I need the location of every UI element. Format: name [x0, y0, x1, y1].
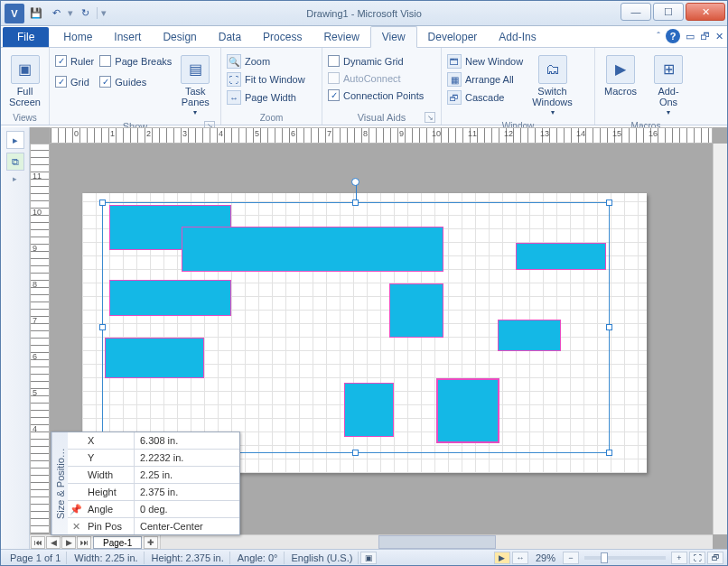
macros-button[interactable]: ▶Macros: [601, 53, 640, 98]
shape-selected[interactable]: [436, 378, 499, 443]
vertical-ruler[interactable]: 11 10 9 8 7 6 5 4: [30, 144, 50, 534]
window-controls: — ☐ ✕: [621, 3, 725, 21]
dynamic-grid-label: Dynamic Grid: [343, 56, 404, 67]
tab-process[interactable]: Process: [252, 27, 313, 47]
visual-dialog-launcher[interactable]: ↘: [425, 112, 435, 123]
first-page-button[interactable]: ⏮: [31, 536, 45, 549]
page-width-mode-icon[interactable]: ↔: [512, 552, 528, 564]
tab-insert[interactable]: Insert: [103, 27, 152, 47]
mdi-minimize-icon[interactable]: ▭: [686, 31, 695, 42]
cascade-label: Cascade: [465, 92, 504, 103]
ruler-h-tick: 13: [540, 129, 549, 138]
help-icon[interactable]: ?: [666, 29, 680, 43]
shape[interactable]: [344, 383, 394, 437]
qat-save-button[interactable]: 💾: [28, 5, 44, 22]
cascade-button[interactable]: 🗗Cascade: [447, 89, 523, 106]
tab-data[interactable]: Data: [208, 27, 252, 47]
addons-label: Add-Ons: [649, 86, 687, 107]
expand-shapes-icon[interactable]: ▸: [6, 131, 24, 149]
switch-windows-status-icon[interactable]: 🗗: [707, 552, 723, 564]
size-position-pane[interactable]: Size & Positio… X6.308 in. Y2.2232 in. W…: [51, 431, 240, 535]
close-pane-icon[interactable]: ✕: [68, 518, 84, 534]
ruler-h-tick: 4: [219, 129, 223, 138]
next-page-button[interactable]: ▶: [61, 536, 76, 549]
tab-addins[interactable]: Add-Ins: [488, 27, 546, 47]
status-bar: Page 1 of 1 Width: 2.25 in. Height: 2.37…: [1, 549, 727, 565]
ruler-h-tick: 0: [74, 129, 79, 138]
sp-angle-label: Angle: [84, 501, 135, 517]
presentation-mode-icon[interactable]: ▶: [494, 552, 510, 564]
last-page-button[interactable]: ⏭: [77, 536, 91, 549]
file-tab[interactable]: File: [3, 27, 49, 47]
mdi-restore-icon[interactable]: 🗗: [700, 31, 710, 42]
qat-redo-button[interactable]: ↻: [77, 5, 93, 22]
tab-design[interactable]: Design: [152, 27, 207, 47]
shape[interactable]: [109, 280, 231, 316]
ruler-h-tick: 7: [327, 129, 331, 138]
zoom-icon: 🔍: [227, 54, 241, 69]
full-screen-button[interactable]: ▣ Full Screen: [5, 53, 44, 109]
guides-label: Guides: [115, 77, 146, 88]
prev-page-button[interactable]: ◀: [46, 536, 61, 549]
page-breaks-checkbox[interactable]: Page Breaks: [99, 53, 172, 69]
new-page-button[interactable]: ✚: [144, 536, 158, 549]
minimize-button[interactable]: —: [621, 3, 651, 21]
autoconnect-checkbox[interactable]: AutoConnect: [328, 70, 424, 86]
guides-checkbox[interactable]: ✓Guides: [99, 74, 172, 89]
sp-angle-value[interactable]: 0 deg.: [135, 501, 239, 517]
horizontal-ruler[interactable]: 0 1 2 3 4 5 6 7 8 9 10 11 12 13 14 15 16: [50, 127, 713, 144]
ruler-v-tick: 4: [33, 424, 37, 433]
pin-icon[interactable]: 📌: [68, 501, 84, 517]
zoom-percent[interactable]: 29%: [530, 552, 561, 564]
ruler-h-tick: 2: [146, 129, 151, 138]
task-panes-button[interactable]: ▤ Task Panes▾: [177, 53, 213, 119]
zoom-button[interactable]: 🔍Zoom: [227, 53, 305, 70]
new-window-button[interactable]: 🗔New Window: [447, 53, 523, 70]
page-tab[interactable]: Page-1: [93, 536, 142, 549]
page-width-button[interactable]: ↔Page Width: [227, 89, 305, 106]
status-page[interactable]: Page 1 of 1: [5, 552, 67, 564]
shape[interactable]: [105, 338, 204, 378]
sp-width-value[interactable]: 2.25 in.: [135, 467, 239, 483]
sp-height-value[interactable]: 2.375 in.: [135, 484, 239, 500]
ruler-checkbox[interactable]: ✓Ruler: [55, 53, 94, 69]
titlebar: V 💾 ↶ ▾ ↻ ▾ Drawing1 - Microsoft Visio —…: [1, 1, 727, 26]
zoom-in-button[interactable]: +: [671, 552, 687, 564]
tab-view[interactable]: View: [370, 26, 417, 48]
dynamic-grid-checkbox[interactable]: Dynamic Grid: [328, 53, 424, 69]
connection-points-checkbox[interactable]: ✓Connection Points: [328, 88, 424, 103]
ruler-h-tick: 5: [255, 129, 259, 138]
shape[interactable]: [516, 243, 606, 270]
shape[interactable]: [182, 227, 443, 272]
ruler-h-tick: 16: [649, 129, 658, 138]
sp-x-value[interactable]: 6.308 in.: [135, 432, 239, 449]
fit-to-window-button[interactable]: ⛶Fit to Window: [227, 71, 305, 88]
fit-page-icon[interactable]: ⛶: [689, 552, 705, 564]
maximize-button[interactable]: ☐: [653, 3, 684, 21]
close-button[interactable]: ✕: [686, 3, 725, 21]
shape[interactable]: [498, 320, 561, 351]
sp-y-value[interactable]: 2.2232 in.: [135, 450, 239, 466]
tab-home[interactable]: Home: [52, 27, 103, 47]
shapes-pane-strip[interactable]: ▸ ⧉ ▸: [1, 127, 30, 549]
arrange-all-button[interactable]: ▦Arrange All: [447, 71, 523, 88]
status-angle: Angle: 0°: [232, 552, 285, 564]
zoom-out-button[interactable]: −: [563, 552, 579, 564]
vertical-scrollbar[interactable]: [713, 144, 727, 534]
grid-checkbox[interactable]: ✓Grid: [55, 74, 94, 89]
ruler-h-tick: 1: [110, 129, 115, 138]
qat-undo-button[interactable]: ↶: [48, 5, 64, 22]
macro-record-icon[interactable]: ▣: [360, 552, 377, 564]
tab-developer[interactable]: Developer: [417, 27, 489, 47]
sp-pinpos-label: Pin Pos: [84, 518, 135, 534]
rotation-handle[interactable]: [351, 178, 359, 186]
sp-pinpos-value[interactable]: Center-Center: [135, 518, 239, 534]
shape[interactable]: [389, 283, 443, 338]
status-language[interactable]: English (U.S.): [286, 552, 359, 564]
mdi-close-icon[interactable]: ✕: [715, 31, 723, 42]
addons-button[interactable]: ⊞Add-Ons▾: [646, 53, 691, 119]
zoom-slider[interactable]: [584, 556, 666, 560]
tab-review[interactable]: Review: [313, 27, 369, 47]
switch-windows-button[interactable]: 🗂 Switch Windows▾: [528, 53, 576, 119]
shapes-icon[interactable]: ⧉: [6, 153, 24, 171]
